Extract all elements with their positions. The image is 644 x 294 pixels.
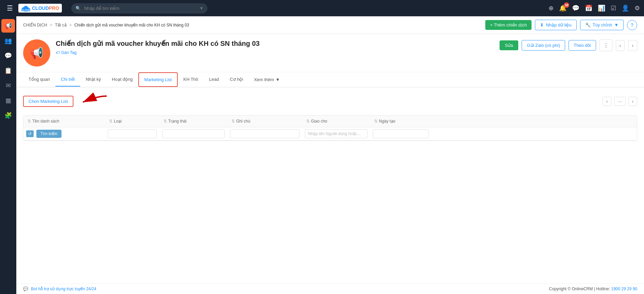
search-icon: 🔍 [75,6,81,11]
search-cell-giao-cho [302,127,370,140]
main-content: CHIẾN DỊCH > Tất cả > Chiến dịch gửi mã … [16,16,644,294]
footer: 💬 Bot hỗ trợ sử dụng trực tuyến 24/24 Co… [16,283,644,294]
search-input-trang-thai[interactable] [162,129,225,138]
breadcrumb: CHIẾN DỊCH > Tất cả > Chiến dịch gửi mã … [16,16,644,34]
customize-arrow: ▼ [614,22,619,27]
tab-marketing-list[interactable]: Marketing List [138,72,178,87]
search-button[interactable]: Tìm kiếm [36,130,62,138]
add-campaign-button[interactable]: + Thêm chiến dịch [485,20,532,30]
sidebar-item-puzzle[interactable]: 🧩 [1,109,15,122]
breadcrumb-root[interactable]: CHIẾN DỊCH [23,23,47,27]
breadcrumb-level1[interactable]: Tất cả [55,23,67,27]
breadcrumb-sep2: > [69,23,72,27]
tag-button[interactable]: 🏷 Gán Tag [56,50,494,55]
tab-kh-tho[interactable]: KH Thô [178,73,204,87]
search-input-loai[interactable] [108,129,157,138]
customize-button[interactable]: 🔧 Tùy chỉnh ▼ [580,20,624,30]
import-data-button[interactable]: ⬇ Nhập dữ liệu [535,20,576,30]
logo: CLOUD CLOUDPRO [18,4,62,13]
red-arrow-annotation [76,93,110,110]
th-sort-icon-2: ⇅ [109,119,112,124]
edit-button[interactable]: Sửa [500,40,519,50]
calendar-icon[interactable]: 📅 [585,4,592,12]
tab-tong-quan[interactable]: Tổng quan [23,73,55,87]
th-sort-icon-4: ⇅ [231,119,235,124]
th-giao-cho: ⇅ Giao cho [302,115,370,127]
topbar: ☰ CLOUD CLOUDPRO 🔍 ▼ ⊕ 🔔 39 💬 📅 📊 ☑ 👤 ⚙ [0,0,644,16]
user-icon[interactable]: 👤 [622,4,629,12]
sidebar-item-megaphone[interactable]: 📢 [1,19,15,33]
help-button[interactable]: ? [627,20,637,30]
tab-nhat-ky[interactable]: Nhật ký [80,73,106,87]
table-search-row: ↺ Tìm kiếm [23,127,637,141]
settings-icon[interactable]: ⚙ [634,4,640,12]
th-ten-danh-sach: ⇅ Tên danh sách [23,115,105,127]
more-options-button[interactable]: ⋮ [599,39,612,51]
th-sort-icon-5: ⇅ [306,119,310,124]
notification-icon[interactable]: 🔔 39 [559,4,567,12]
next-button[interactable]: › [628,40,637,51]
sidebar-item-clipboard[interactable]: 📋 [1,64,15,77]
tab-xem-them[interactable]: Xem thêm ▼ [248,73,285,86]
sidebar-item-users[interactable]: 👥 [1,34,15,48]
tag-icon: 🏷 [56,50,60,55]
tabs-bar: Tổng quan Chi tiết Nhật ký Hoạt động Mar… [16,72,644,87]
th-sort-icon-1: ⇅ [28,119,31,124]
sidebar-item-chat[interactable]: 💬 [1,49,15,62]
search-reset-icon[interactable]: ↺ [26,130,34,137]
campaign-title: Chiến dịch gửi mã voucher khuyến mãi cho… [56,39,494,48]
sidebar-item-grid[interactable]: ▦ [1,94,15,107]
th-trang-thai: ⇅ Trạng thái [159,115,227,127]
table-more-button[interactable]: ··· [614,97,625,106]
search-cell-first: ↺ Tìm kiếm [23,127,105,140]
table-nav-actions: ‹ ··· › [603,97,637,106]
breadcrumb-actions: + Thêm chiến dịch ⬇ Nhập dữ liệu 🔧 Tùy c… [485,20,637,30]
topbar-actions: ⊕ 🔔 39 💬 📅 📊 ☑ 👤 ⚙ [549,4,640,12]
tab-co-hoi[interactable]: Cơ hội [224,73,248,87]
breadcrumb-current: Chiến dịch gửi mã voucher khuyến mãi cho… [74,23,189,27]
chart-icon[interactable]: 📊 [598,4,605,12]
breadcrumb-sep1: > [50,23,52,27]
send-zalo-button[interactable]: Gửi Zalo (có phí) [522,40,565,51]
search-input[interactable] [71,3,207,13]
main-layout: 📢 👥 💬 📋 ✉ ▦ 🧩 CHIẾN DỊCH > Tất cả > Chiế… [0,16,644,294]
search-input-giao-cho[interactable] [305,129,367,138]
follow-button[interactable]: Theo dõi [569,40,596,51]
campaign-info: Chiến dịch gửi mã voucher khuyến mãi cho… [56,39,494,55]
th-ngay-tao: ⇅ Ngày tạo [370,115,431,127]
search-dropdown-arrow[interactable]: ▼ [199,6,203,10]
hotline: 1900 29 29 90 [611,287,637,291]
megaphone-avatar-icon: 📢 [30,47,43,59]
notification-badge: 39 [564,2,569,8]
search-cell-trang-thai [159,127,227,140]
copyright: Copyright © OnlineCRM | Hotline: 1900 29… [549,287,637,291]
search-cell-ngay-tao [370,127,431,140]
th-ghi-chu: ⇅ Ghi chú [227,115,302,127]
choose-marketing-section: Chon Marketing List ‹ ··· › [23,93,637,110]
task-icon[interactable]: ☑ [611,4,616,12]
hamburger-menu[interactable]: ☰ [4,3,16,14]
message-icon[interactable]: 💬 [572,4,579,12]
content-area: Chon Marketing List ‹ ··· › [16,87,644,283]
marketing-list-table: ⇅ Tên danh sách ⇅ Loại ⇅ Trạng thái ⇅ Gh… [23,115,637,141]
table-header: ⇅ Tên danh sách ⇅ Loại ⇅ Trạng thái ⇅ Gh… [23,115,637,127]
wrench-icon: 🔧 [585,22,591,27]
chat-support[interactable]: 💬 Bot hỗ trợ sử dụng trực tuyến 24/24 [23,287,96,291]
tab-lead[interactable]: Lead [204,73,224,87]
choose-marketing-list-button[interactable]: Chon Marketing List [23,96,73,107]
search-input-ngay-tao[interactable] [373,129,429,138]
sidebar-item-email[interactable]: ✉ [1,79,15,92]
add-icon[interactable]: ⊕ [549,4,554,12]
search-input-ghi-chu[interactable] [230,129,299,138]
tab-hoat-dong[interactable]: Hoạt động [106,73,138,87]
logo-text: CLOUDPRO [32,5,59,11]
table-prev-button[interactable]: ‹ [603,97,611,106]
search-cell-ghi-chu [227,127,302,140]
download-icon: ⬇ [540,22,544,27]
campaign-header: 📢 Chiến dịch gửi mã voucher khuyến mãi c… [16,34,644,72]
table-next-button[interactable]: › [628,97,637,106]
cloud-icon: CLOUD [21,5,31,12]
search-box: 🔍 ▼ [71,3,207,13]
prev-button[interactable]: ‹ [616,40,625,51]
tab-chi-tiet[interactable]: Chi tiết [55,73,80,87]
